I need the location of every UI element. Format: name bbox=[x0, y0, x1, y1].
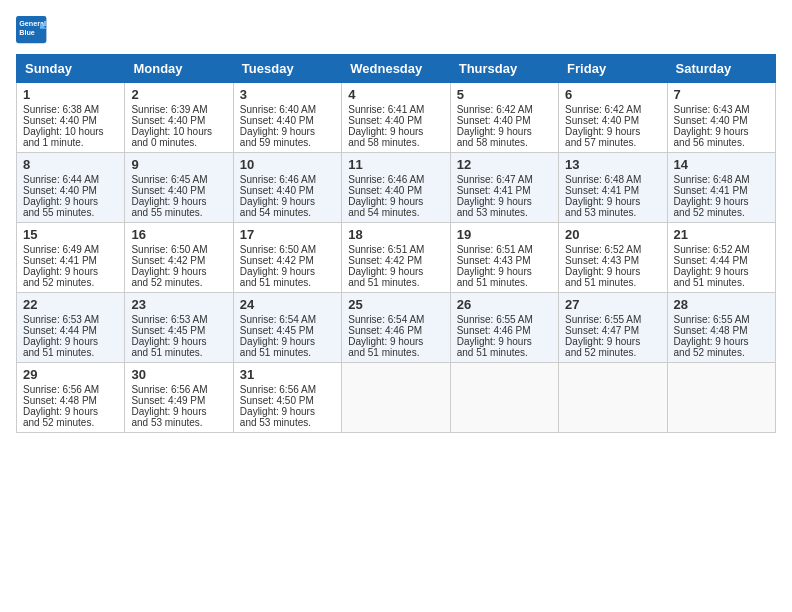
day-info-line: Sunrise: 6:46 AM bbox=[348, 174, 443, 185]
calendar-cell: 3Sunrise: 6:40 AMSunset: 4:40 PMDaylight… bbox=[233, 83, 341, 153]
day-number: 14 bbox=[674, 157, 769, 172]
calendar-cell: 7Sunrise: 6:43 AMSunset: 4:40 PMDaylight… bbox=[667, 83, 775, 153]
day-number: 15 bbox=[23, 227, 118, 242]
day-number: 25 bbox=[348, 297, 443, 312]
calendar-cell: 10Sunrise: 6:46 AMSunset: 4:40 PMDayligh… bbox=[233, 153, 341, 223]
column-header-sunday: Sunday bbox=[17, 55, 125, 83]
day-info-line: Daylight: 9 hours bbox=[457, 126, 552, 137]
day-info-line: Daylight: 9 hours bbox=[131, 406, 226, 417]
day-info-line: Sunset: 4:40 PM bbox=[240, 115, 335, 126]
day-number: 17 bbox=[240, 227, 335, 242]
day-info-line: Daylight: 9 hours bbox=[565, 126, 660, 137]
day-number: 16 bbox=[131, 227, 226, 242]
day-number: 7 bbox=[674, 87, 769, 102]
day-info-line: and 52 minutes. bbox=[131, 277, 226, 288]
day-info-line: and 52 minutes. bbox=[565, 347, 660, 358]
day-info-line: and 51 minutes. bbox=[240, 347, 335, 358]
day-info-line: Sunset: 4:42 PM bbox=[348, 255, 443, 266]
day-info-line: Sunset: 4:41 PM bbox=[457, 185, 552, 196]
day-info-line: Daylight: 9 hours bbox=[23, 196, 118, 207]
day-info-line: Sunrise: 6:48 AM bbox=[565, 174, 660, 185]
day-info-line: Sunset: 4:46 PM bbox=[348, 325, 443, 336]
day-info-line: Daylight: 9 hours bbox=[348, 126, 443, 137]
calendar-cell: 17Sunrise: 6:50 AMSunset: 4:42 PMDayligh… bbox=[233, 223, 341, 293]
day-number: 5 bbox=[457, 87, 552, 102]
day-number: 2 bbox=[131, 87, 226, 102]
day-info-line: Sunrise: 6:51 AM bbox=[348, 244, 443, 255]
calendar-cell: 22Sunrise: 6:53 AMSunset: 4:44 PMDayligh… bbox=[17, 293, 125, 363]
day-info-line: Sunrise: 6:55 AM bbox=[674, 314, 769, 325]
day-info-line: Sunset: 4:40 PM bbox=[565, 115, 660, 126]
day-info-line: and 51 minutes. bbox=[457, 277, 552, 288]
day-number: 22 bbox=[23, 297, 118, 312]
day-info-line: Daylight: 9 hours bbox=[674, 266, 769, 277]
day-info-line: Sunset: 4:40 PM bbox=[457, 115, 552, 126]
calendar-cell: 12Sunrise: 6:47 AMSunset: 4:41 PMDayligh… bbox=[450, 153, 558, 223]
day-info-line: Sunset: 4:43 PM bbox=[565, 255, 660, 266]
calendar-cell: 20Sunrise: 6:52 AMSunset: 4:43 PMDayligh… bbox=[559, 223, 667, 293]
day-number: 29 bbox=[23, 367, 118, 382]
day-info-line: Sunrise: 6:49 AM bbox=[23, 244, 118, 255]
day-number: 24 bbox=[240, 297, 335, 312]
day-info-line: Sunrise: 6:56 AM bbox=[240, 384, 335, 395]
column-header-monday: Monday bbox=[125, 55, 233, 83]
day-info-line: and 1 minute. bbox=[23, 137, 118, 148]
day-info-line: Sunrise: 6:48 AM bbox=[674, 174, 769, 185]
column-header-tuesday: Tuesday bbox=[233, 55, 341, 83]
day-number: 27 bbox=[565, 297, 660, 312]
day-number: 21 bbox=[674, 227, 769, 242]
day-info-line: Sunrise: 6:41 AM bbox=[348, 104, 443, 115]
day-info-line: Sunrise: 6:55 AM bbox=[565, 314, 660, 325]
day-info-line: Daylight: 9 hours bbox=[674, 336, 769, 347]
day-number: 4 bbox=[348, 87, 443, 102]
day-info-line: and 57 minutes. bbox=[565, 137, 660, 148]
day-info-line: Sunset: 4:47 PM bbox=[565, 325, 660, 336]
day-info-line: Sunrise: 6:45 AM bbox=[131, 174, 226, 185]
day-info-line: and 51 minutes. bbox=[674, 277, 769, 288]
day-info-line: Daylight: 9 hours bbox=[240, 126, 335, 137]
day-info-line: Sunset: 4:40 PM bbox=[131, 115, 226, 126]
day-info-line: and 55 minutes. bbox=[131, 207, 226, 218]
day-info-line: Daylight: 9 hours bbox=[23, 406, 118, 417]
day-number: 6 bbox=[565, 87, 660, 102]
day-number: 10 bbox=[240, 157, 335, 172]
day-info-line: and 55 minutes. bbox=[23, 207, 118, 218]
day-info-line: and 51 minutes. bbox=[348, 277, 443, 288]
day-info-line: Sunset: 4:49 PM bbox=[131, 395, 226, 406]
day-info-line: Daylight: 9 hours bbox=[348, 336, 443, 347]
day-info-line: and 53 minutes. bbox=[131, 417, 226, 428]
day-number: 26 bbox=[457, 297, 552, 312]
calendar-cell: 29Sunrise: 6:56 AMSunset: 4:48 PMDayligh… bbox=[17, 363, 125, 433]
day-info-line: and 58 minutes. bbox=[348, 137, 443, 148]
day-info-line: Daylight: 9 hours bbox=[131, 336, 226, 347]
calendar-cell: 21Sunrise: 6:52 AMSunset: 4:44 PMDayligh… bbox=[667, 223, 775, 293]
calendar-cell: 8Sunrise: 6:44 AMSunset: 4:40 PMDaylight… bbox=[17, 153, 125, 223]
calendar-cell: 6Sunrise: 6:42 AMSunset: 4:40 PMDaylight… bbox=[559, 83, 667, 153]
calendar-cell: 26Sunrise: 6:55 AMSunset: 4:46 PMDayligh… bbox=[450, 293, 558, 363]
day-info-line: Daylight: 9 hours bbox=[565, 266, 660, 277]
day-info-line: Daylight: 10 hours bbox=[131, 126, 226, 137]
day-info-line: and 52 minutes. bbox=[23, 417, 118, 428]
day-info-line: Sunrise: 6:39 AM bbox=[131, 104, 226, 115]
header: General Blue bbox=[16, 16, 776, 44]
day-number: 19 bbox=[457, 227, 552, 242]
day-info-line: Sunset: 4:50 PM bbox=[240, 395, 335, 406]
day-info-line: Daylight: 9 hours bbox=[131, 266, 226, 277]
calendar-cell: 2Sunrise: 6:39 AMSunset: 4:40 PMDaylight… bbox=[125, 83, 233, 153]
day-info-line: and 51 minutes. bbox=[457, 347, 552, 358]
day-info-line: Sunrise: 6:56 AM bbox=[131, 384, 226, 395]
day-info-line: Sunset: 4:40 PM bbox=[348, 185, 443, 196]
column-header-wednesday: Wednesday bbox=[342, 55, 450, 83]
column-header-friday: Friday bbox=[559, 55, 667, 83]
day-info-line: Daylight: 9 hours bbox=[240, 406, 335, 417]
day-info-line: and 52 minutes. bbox=[23, 277, 118, 288]
calendar-cell: 1Sunrise: 6:38 AMSunset: 4:40 PMDaylight… bbox=[17, 83, 125, 153]
day-number: 18 bbox=[348, 227, 443, 242]
day-info-line: Sunrise: 6:54 AM bbox=[348, 314, 443, 325]
day-info-line: Sunset: 4:45 PM bbox=[131, 325, 226, 336]
day-info-line: Sunrise: 6:55 AM bbox=[457, 314, 552, 325]
day-info-line: Sunrise: 6:56 AM bbox=[23, 384, 118, 395]
day-info-line: Daylight: 9 hours bbox=[457, 336, 552, 347]
day-info-line: Sunrise: 6:43 AM bbox=[674, 104, 769, 115]
calendar-cell bbox=[342, 363, 450, 433]
